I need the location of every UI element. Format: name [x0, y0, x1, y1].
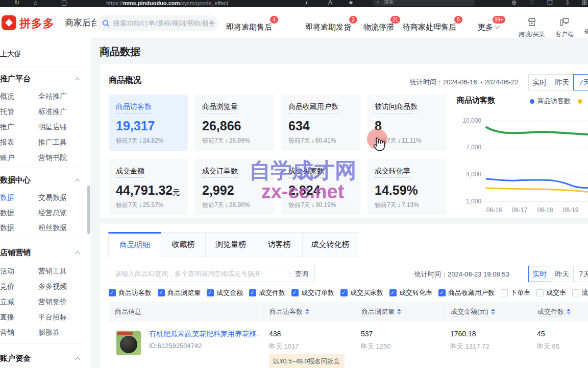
range-realtime-button[interactable]: 实时: [528, 74, 551, 90]
sidebar-item[interactable]: 膨胀券: [38, 328, 60, 337]
sidebar-item[interactable]: 数据: [0, 209, 14, 218]
page-info-icon[interactable]: ▢: [61, 0, 67, 6]
sidebar-item[interactable]: 报表: [0, 138, 14, 147]
sidebar-item[interactable]: 营销工具: [38, 267, 67, 276]
checkbox-checked-icon[interactable]: [158, 289, 165, 296]
reload-icon[interactable]: ↻: [14, 0, 19, 6]
sort-icon[interactable]: [491, 309, 495, 315]
checkbox-checked-icon[interactable]: [389, 289, 397, 296]
sidebar-item[interactable]: 经营总览: [38, 209, 67, 218]
stat-label[interactable]: 商品访客数: [116, 102, 152, 113]
collections-icon[interactable]: ♡: [529, 0, 535, 6]
checkbox-unchecked-icon[interactable]: [536, 289, 544, 296]
metric-checkbox[interactable]: 商品浏览量: [158, 288, 201, 297]
stat-label[interactable]: 被访问商品数: [375, 102, 418, 113]
stat-label[interactable]: 成交订单数: [202, 167, 238, 178]
metric-checkbox[interactable]: 流量损失: [572, 288, 588, 297]
nav-pending-aftersale[interactable]: 待商家处理售后 9: [403, 22, 456, 32]
range-yesterday-button[interactable]: 昨天: [551, 74, 574, 90]
metric-checkbox[interactable]: 成交订单数: [291, 288, 334, 297]
browser-search[interactable]: ⌕搜索: [373, 0, 475, 6]
tab-pageview-rank[interactable]: 浏览量榜: [205, 232, 256, 257]
range-7days-button[interactable]: 7天: [573, 266, 588, 282]
sidebar-item-active[interactable]: 数据: [0, 193, 14, 202]
font-size-icon[interactable]: A: [328, 0, 332, 6]
sidebar-item[interactable]: 立减: [0, 297, 14, 307]
stat-card-gmv[interactable]: 成交金额 44,791.32元 较前7天↓25.57%: [109, 159, 188, 215]
tab-favorites-rank[interactable]: 收藏榜: [161, 232, 206, 257]
tab-visitor-rank[interactable]: 访客榜: [256, 232, 303, 257]
sidebar-item[interactable]: 概况: [0, 92, 14, 101]
nav-overdue-shipment[interactable]: 即将逾期发货 3: [305, 22, 351, 32]
brand-name[interactable]: 拼多多: [19, 16, 55, 31]
sidebar-item[interactable]: 直播: [0, 313, 14, 322]
sort-icon[interactable]: [567, 309, 571, 315]
range-yesterday-button[interactable]: 昨天: [551, 266, 574, 282]
query-button[interactable]: 查询: [291, 269, 314, 279]
metric-checkbox[interactable]: 成交件数: [249, 288, 285, 297]
legend-label[interactable]: 商品访客数: [537, 97, 571, 106]
sidebar-item[interactable]: 数据: [0, 223, 14, 233]
tool-client-app[interactable]: 客户端: [548, 17, 581, 39]
stat-card-pageviews[interactable]: 商品浏览量 26,866 较前7天↓26.99%: [195, 95, 274, 151]
favorite-star-icon[interactable]: ★: [348, 0, 354, 6]
sidebar-item[interactable]: 平台招标: [38, 313, 67, 322]
range-realtime-button[interactable]: 实时: [528, 266, 551, 282]
sidebar-item[interactable]: 多多视频: [38, 282, 67, 291]
sidebar-section-data-center[interactable]: 数据中心: [0, 175, 31, 185]
sidebar-item[interactable]: 账户: [0, 153, 14, 163]
sidebar-section-promotion-platform[interactable]: 推广平台: [0, 74, 31, 84]
checkbox-unchecked-icon[interactable]: [572, 289, 579, 296]
checkbox-unchecked-icon[interactable]: [501, 289, 508, 296]
sidebar-item[interactable]: 推广工具: [38, 138, 67, 147]
metric-checkbox[interactable]: 商品访客数: [109, 288, 152, 297]
metric-checkbox[interactable]: 商品收藏用户数: [438, 288, 495, 297]
sidebar-item[interactable]: 全站推广: [38, 92, 67, 101]
sidebar-section-shop-marketing[interactable]: 店铺营销: [0, 248, 31, 258]
home-icon[interactable]: ⌂: [34, 0, 37, 6]
sidebar-item[interactable]: 营销竞价: [38, 297, 67, 307]
stat-label[interactable]: 商品收藏用户数: [288, 102, 338, 113]
sidebar-item[interactable]: 营销: [0, 328, 14, 337]
sidebar-item[interactable]: 营销书院: [38, 153, 67, 163]
sidebar-item[interactable]: 推广: [0, 123, 14, 132]
chevron-up-icon[interactable]: [75, 179, 80, 184]
promo-bid-tag[interactable]: 以¥0.5~49.0报名同款竞价: [269, 354, 345, 368]
header-search-input[interactable]: 搜索功能/订单/课程/规则/帮助/服务: [96, 15, 218, 31]
stat-card-favorites[interactable]: 商品收藏用户数 634 较前7天↓60.41%: [281, 95, 360, 151]
sidebar-scrollbar[interactable]: [87, 186, 90, 234]
downloads-icon[interactable]: ⇩: [565, 0, 570, 6]
tab-goods-detail[interactable]: 商品明细: [108, 232, 161, 257]
pinduoduo-logo-icon[interactable]: [2, 15, 16, 30]
sort-icon[interactable]: [305, 309, 309, 315]
sidebar-item[interactable]: 明星店铺: [38, 123, 67, 132]
stat-card-conversion[interactable]: 成交转化率 14.59% 较前7天↓7.13%: [368, 159, 447, 215]
sidebar-item[interactable]: 标准推广: [38, 107, 67, 117]
nav-more[interactable]: 更多 99+: [478, 22, 499, 32]
tool-rules[interactable]: 规: [580, 17, 588, 36]
nav-logistics-stalled[interactable]: 物流停滞 21: [363, 22, 394, 32]
stat-card-visitors[interactable]: 商品访客数 19,317 较前7天↓24.82%: [109, 95, 188, 151]
sidebar-item[interactable]: 竞价: [0, 282, 14, 291]
metric-checkbox[interactable]: 下单率: [501, 288, 530, 297]
sidebar-item-big-promo[interactable]: 上大促: [0, 50, 21, 59]
sidebar-item[interactable]: 活动: [0, 267, 14, 276]
chevron-up-icon[interactable]: [75, 357, 80, 362]
sidebar-item[interactable]: 托管: [0, 107, 14, 117]
checkbox-checked-icon[interactable]: [207, 289, 214, 296]
tab-conversion-rank[interactable]: 成交转化榜: [302, 232, 358, 257]
stat-label[interactable]: 商品浏览量: [202, 102, 238, 113]
range-7days-button[interactable]: 7天: [573, 74, 588, 90]
address-bar[interactable]: https://mms.pinduoduo.com/sycm/goods_eff…: [106, 0, 228, 6]
sidebar-item[interactable]: 交易数据: [38, 193, 67, 202]
sidebar-section-account-funds[interactable]: 账户资金: [0, 354, 31, 363]
browser-mode-icon[interactable]: ◐: [305, 0, 309, 6]
stat-label[interactable]: 成交转化率: [375, 167, 410, 178]
stat-label[interactable]: 成交金额: [116, 167, 144, 178]
checkbox-checked-icon[interactable]: [340, 289, 348, 296]
checkbox-checked-icon[interactable]: [249, 289, 256, 296]
metric-checkbox[interactable]: 成交率: [536, 288, 566, 297]
chevron-up-icon[interactable]: [75, 78, 80, 83]
split-screen-icon[interactable]: ❐: [547, 0, 553, 6]
goods-id-search-input[interactable]: 请输入商品ID查询，多个查询请用空格或逗号隔开 | 查询: [109, 266, 315, 282]
